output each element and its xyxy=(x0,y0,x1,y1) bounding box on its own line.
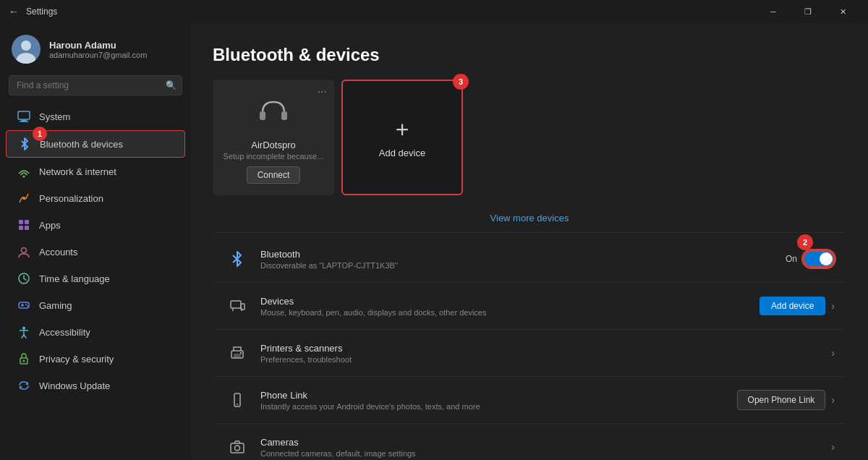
sidebar-item-gaming[interactable]: Gaming xyxy=(6,292,185,318)
chevron-icon: › xyxy=(831,394,835,406)
sidebar-item-update[interactable]: Windows Update xyxy=(6,372,185,399)
search-icon: 🔍 xyxy=(166,80,176,90)
settings-row-cameras[interactable]: Cameras Connected cameras, default, imag… xyxy=(213,424,846,460)
settings-row-phonelink[interactable]: Phone Link Instantly access your Android… xyxy=(213,377,846,424)
accounts-icon xyxy=(17,245,30,258)
add-device-card[interactable]: 3 + Add device xyxy=(341,80,463,195)
settings-row-devices[interactable]: Devices Mouse, keyboard, pen, audio, dis… xyxy=(213,283,846,330)
bluetooth-row-icon xyxy=(224,246,250,272)
sidebar-item-privacy[interactable]: Privacy & security xyxy=(6,346,185,372)
sidebar-item-label: System xyxy=(39,111,70,122)
svg-point-17 xyxy=(25,304,27,305)
phonelink-subtitle: Instantly access your Android device's p… xyxy=(260,402,737,411)
settings-row-bluetooth[interactable]: Bluetooth Discoverable as "LAPTOP-CJTT1K… xyxy=(213,236,846,283)
gaming-icon xyxy=(17,299,30,312)
bluetooth-subtitle: Discoverable as "LAPTOP-CJTT1K3B" xyxy=(260,261,786,270)
chevron-icon: › xyxy=(831,441,835,453)
svg-point-6 xyxy=(23,176,25,178)
search-box: 🔍 xyxy=(9,75,182,95)
bluetooth-toggle-wrap: On 2 xyxy=(786,250,835,268)
svg-rect-9 xyxy=(25,220,29,224)
sidebar-item-label: Windows Update xyxy=(39,380,110,391)
sidebar-item-personalization[interactable]: Personalization xyxy=(6,185,185,211)
bluetooth-title: Bluetooth xyxy=(260,249,786,260)
svg-point-34 xyxy=(235,446,240,451)
svg-rect-27 xyxy=(241,304,244,310)
sidebar-item-label: Accessibility xyxy=(39,327,90,338)
badge-2-wrap: 2 xyxy=(803,250,835,268)
svg-rect-8 xyxy=(19,220,23,224)
user-profile[interactable]: Haroun Adamu adamuharoun7@gmail.com xyxy=(0,23,191,72)
update-icon xyxy=(17,379,30,392)
sidebar-item-time[interactable]: Time & language xyxy=(6,265,185,291)
sidebar-item-label: Bluetooth & devices xyxy=(40,139,123,150)
svg-rect-3 xyxy=(18,111,30,119)
phonelink-row-text: Phone Link Instantly access your Android… xyxy=(260,390,737,411)
badge-2: 2 xyxy=(797,234,813,250)
svg-rect-10 xyxy=(19,226,23,230)
sidebar-item-label: Network & internet xyxy=(39,166,116,177)
printers-row-text: Printers & scanners Preferences, trouble… xyxy=(260,343,831,364)
app-title: Settings xyxy=(26,7,57,17)
devices-row: ··· AirDotspro Setup incomplete because.… xyxy=(213,80,846,195)
connect-button[interactable]: Connect xyxy=(247,166,301,184)
sidebar-item-apps[interactable]: Apps xyxy=(6,212,185,238)
svg-point-12 xyxy=(22,248,27,253)
minimize-button[interactable]: ─ xyxy=(757,0,790,23)
sidebar-item-network[interactable]: Network & internet xyxy=(6,158,185,184)
page-title: Bluetooth & devices xyxy=(213,45,846,65)
svg-point-30 xyxy=(240,352,242,354)
window-controls: ─ ❐ ✕ xyxy=(757,0,859,23)
network-icon xyxy=(17,165,30,178)
personalization-icon xyxy=(17,192,30,205)
printers-action: › xyxy=(831,347,835,359)
sidebar-item-label: Personalization xyxy=(39,193,103,204)
svg-rect-24 xyxy=(260,111,265,120)
sidebar-item-label: Accounts xyxy=(39,247,77,257)
svg-rect-11 xyxy=(25,226,29,230)
close-button[interactable]: ✕ xyxy=(826,0,859,23)
sidebar-item-system[interactable]: System xyxy=(6,103,185,129)
add-device-row-button[interactable]: Add device xyxy=(760,297,825,315)
device-card-airdotspro[interactable]: ··· AirDotspro Setup incomplete because.… xyxy=(213,80,334,195)
printers-icon xyxy=(224,340,250,366)
back-button[interactable]: ← xyxy=(9,6,19,17)
phonelink-action: Open Phone Link › xyxy=(737,390,835,410)
open-phone-link-button[interactable]: Open Phone Link xyxy=(737,390,826,410)
search-input[interactable] xyxy=(9,75,182,95)
cameras-title: Cameras xyxy=(260,437,831,448)
devices-subtitle: Mouse, keyboard, pen, audio, displays an… xyxy=(260,308,760,317)
add-device-label: Add device xyxy=(379,148,425,158)
user-email: adamuharoun7@gmail.com xyxy=(49,51,147,59)
svg-rect-33 xyxy=(231,443,244,453)
nav-list: System 1 Bluetooth & devices xyxy=(0,103,191,399)
sidebar-item-accessibility[interactable]: Accessibility xyxy=(6,319,185,345)
svg-point-7 xyxy=(22,197,25,200)
system-icon xyxy=(17,110,30,123)
phonelink-title: Phone Link xyxy=(260,390,737,401)
sidebar-item-bluetooth[interactable]: 1 Bluetooth & devices xyxy=(6,130,185,158)
headphone-icon xyxy=(255,91,292,134)
toggle-on-label: On xyxy=(786,254,797,264)
phone-icon xyxy=(224,387,250,413)
cameras-subtitle: Connected cameras, default, image settin… xyxy=(260,449,831,458)
cameras-row-text: Cameras Connected cameras, default, imag… xyxy=(260,437,831,458)
app-body: Haroun Adamu adamuharoun7@gmail.com 🔍 Sy… xyxy=(0,23,868,460)
view-more-devices[interactable]: View more devices xyxy=(213,207,846,233)
svg-rect-29 xyxy=(234,354,241,358)
sidebar-item-label: Gaming xyxy=(39,300,72,311)
titlebar: ← Settings ─ ❐ ✕ xyxy=(0,0,868,23)
restore-button[interactable]: ❐ xyxy=(791,0,825,23)
sidebar-item-accounts[interactable]: Accounts xyxy=(6,239,185,265)
settings-row-printers[interactable]: Printers & scanners Preferences, trouble… xyxy=(213,330,846,377)
bluetooth-toggle[interactable] xyxy=(803,250,835,268)
svg-point-21 xyxy=(23,360,25,362)
sidebar-item-label: Privacy & security xyxy=(39,354,114,365)
more-options-button[interactable]: ··· xyxy=(318,85,327,98)
camera-icon xyxy=(224,434,250,460)
svg-rect-25 xyxy=(281,111,287,120)
apps-icon xyxy=(17,218,30,231)
privacy-icon xyxy=(17,352,30,365)
device-status: Setup incomplete because... xyxy=(224,152,324,161)
user-info: Haroun Adamu adamuharoun7@gmail.com xyxy=(49,40,147,59)
